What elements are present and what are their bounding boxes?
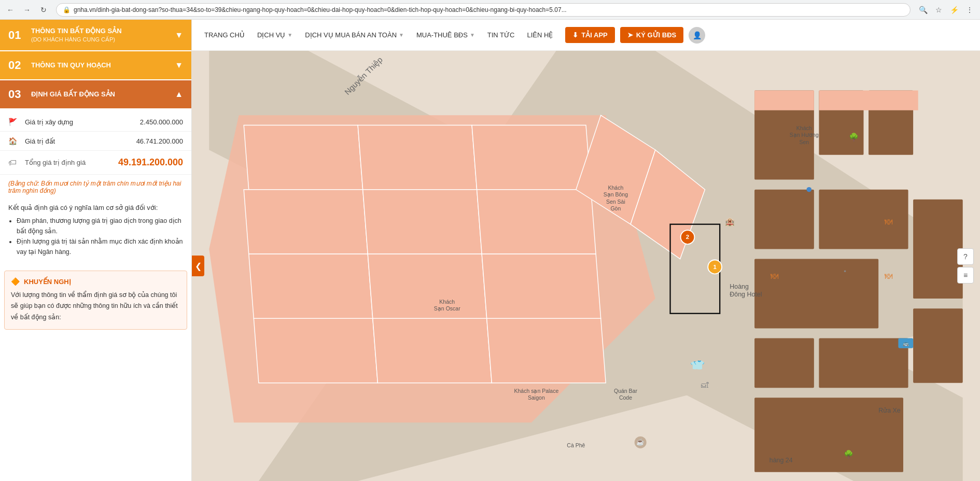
browser-nav: ← → ↻ — [4, 4, 50, 16]
land-label: Giá trị đất — [25, 137, 136, 145]
svg-text:Sen: Sen — [799, 139, 809, 145]
svg-text:👕: 👕 — [694, 360, 705, 371]
svg-marker-4 — [244, 125, 362, 189]
svg-marker-11 — [368, 254, 486, 318]
svg-marker-15 — [487, 318, 606, 383]
section3-title: ĐỊNH GIÁ BẤT ĐỘNG SẢN — [31, 90, 175, 99]
map-layers-button[interactable]: ≡ — [957, 267, 974, 284]
svg-text:Sen Sài: Sen Sài — [606, 199, 625, 205]
svg-rect-24 — [754, 338, 814, 388]
address-bar[interactable]: 🔒 gnha.vn/dinh-gia-bat-dong-san?so-thua=… — [56, 3, 911, 17]
forward-button[interactable]: → — [21, 4, 33, 16]
svg-marker-6 — [472, 125, 591, 189]
svg-marker-13 — [254, 318, 377, 383]
section1-header[interactable]: 01 THÔNG TIN BẤT ĐỘNG SẢN (Do khách hàng… — [0, 20, 191, 50]
section2-title: THÔNG TIN QUY HOẠCH — [31, 61, 175, 70]
download-icon: ⬇ — [572, 31, 578, 39]
recommendation-section: 🔶 KHUYẾN NGHỊ Với lượng thông tin về thẩ… — [4, 271, 187, 330]
svg-text:Hoàng: Hoàng — [730, 283, 749, 290]
section3-header[interactable]: 03 ĐỊNH GIÁ BẤT ĐỘNG SẢN ▲ — [0, 80, 191, 108]
svg-text:🍽: 🍽 — [885, 217, 892, 226]
accordion-section-2: 02 THÔNG TIN QUY HOẠCH ▼ — [0, 51, 191, 79]
total-label: Tổng giá trị định giá — [25, 159, 118, 166]
svg-rect-29 — [754, 90, 814, 110]
section1-number: 01 — [8, 29, 24, 42]
total-value: 49.191.200.000 — [118, 157, 183, 168]
nav-trang-chu[interactable]: TRANG CHỦ — [204, 31, 245, 39]
bullet-item-1: Đàm phán, thương lượng giá trị giao dịch… — [17, 216, 183, 236]
more-icon[interactable]: ⋮ — [963, 4, 976, 16]
send-icon: ➤ — [627, 31, 633, 39]
svg-text:Khách: Khách — [608, 185, 623, 191]
svg-text:🌳: 🌳 — [844, 449, 854, 459]
tai-app-button[interactable]: ⬇ TẢI APP — [565, 27, 614, 43]
svg-text:🛋: 🛋 — [701, 380, 709, 389]
svg-marker-12 — [482, 254, 600, 318]
map-area: TRANG CHỦ DỊCH VỤ ▼ DỊCH VỤ MUA BÁN AN T… — [192, 20, 980, 481]
svg-text:Gòn: Gòn — [610, 205, 621, 211]
bullet-item-2: Định lượng giá trị tài sản nhằm mục đích… — [17, 236, 183, 257]
extension-icon[interactable]: ⚡ — [948, 4, 960, 16]
value-in-words: (Bằng chữ: Bốn mươi chín tỷ một trăm chí… — [0, 175, 191, 200]
nav-mua-thue[interactable]: MUA-THUÊ BĐS ▼ — [416, 31, 475, 39]
flag-icon: 🚩 — [8, 118, 20, 126]
total-value-row: 🏷 Tổng giá trị định giá 49.191.200.000 — [0, 151, 191, 175]
svg-text:☕: ☕ — [636, 438, 645, 446]
svg-marker-14 — [373, 318, 492, 383]
result-heading: Kết quả định giá có ý nghĩa làm cơ sở gi… — [0, 200, 191, 214]
ky-gui-button[interactable]: ➤ KÝ GỬI BĐS — [620, 27, 683, 43]
svg-text:Saigon: Saigon — [528, 394, 545, 401]
building-icon: 🏠 — [8, 137, 20, 145]
section2-arrow-icon: ▼ — [175, 61, 183, 70]
svg-text:Khách: Khách — [439, 299, 455, 305]
bookmark-icon[interactable]: ☆ — [932, 4, 945, 16]
svg-rect-22 — [819, 190, 908, 249]
map-svg: Nguyễn Thiệp Hoàng Đông Hotel Khách Sạn … — [192, 51, 980, 481]
svg-text:Sạn Oscar: Sạn Oscar — [434, 305, 460, 312]
section2-header[interactable]: 02 THÔNG TIN QUY HOẠCH ▼ — [0, 51, 191, 79]
refresh-button[interactable]: ↻ — [37, 4, 50, 16]
svg-rect-27 — [913, 200, 963, 299]
nav-dich-vu-mua-ban[interactable]: DỊCH VỤ MUA BÁN AN TOÀN ▼ — [305, 31, 404, 39]
user-avatar[interactable]: 👤 — [689, 27, 705, 44]
accordion-section-1: 01 THÔNG TIN BẤT ĐỘNG SẢN (Do khách hàng… — [0, 20, 191, 50]
back-button[interactable]: ← — [4, 4, 17, 16]
bullet-list: Đàm phán, thương lượng giá trị giao dịch… — [0, 214, 191, 262]
svg-text:Code: Code — [619, 394, 632, 401]
mua-thue-dropdown-arrow-icon: ▼ — [470, 32, 475, 38]
svg-text:Quán Bar: Quán Bar — [614, 388, 637, 394]
svg-text:Sạn Hương: Sạn Hương — [790, 132, 819, 138]
svg-text:2: 2 — [686, 234, 689, 240]
left-panel: 01 THÔNG TIN BẤT ĐỘNG SẢN (Do khách hàng… — [0, 20, 192, 481]
accordion-section-3: 03 ĐỊNH GIÁ BẤT ĐỘNG SẢN ▲ 🚩 Giá trị xây… — [0, 80, 191, 266]
tag-icon: 🏷 — [8, 158, 20, 167]
svg-marker-5 — [358, 125, 477, 189]
svg-text:🌳: 🌳 — [849, 132, 859, 142]
svg-marker-7 — [244, 190, 368, 254]
section3-arrow-icon: ▲ — [175, 90, 183, 99]
nav-dich-vu[interactable]: DỊCH VỤ ▼ — [257, 31, 292, 39]
svg-marker-8 — [363, 190, 482, 254]
svg-text:Khách: Khách — [796, 125, 812, 131]
warning-icon: 🔶 — [11, 277, 20, 286]
svg-rect-28 — [913, 308, 963, 383]
nav-tin-tuc[interactable]: TIN TỨC — [487, 31, 515, 39]
recommendation-text: Với lượng thông tin về thẩm định giá sơ … — [11, 290, 180, 323]
nav-lien-he[interactable]: LIÊN HỆ — [527, 31, 553, 39]
map-collapse-button[interactable]: ❮ — [192, 256, 204, 276]
browser-chrome: ← → ↻ 🔒 gnha.vn/dinh-gia-bat-dong-san?so… — [0, 0, 980, 20]
map-right-controls: ? ≡ — [957, 248, 974, 284]
svg-marker-10 — [249, 254, 373, 318]
section1-arrow-icon: ▼ — [175, 31, 183, 40]
dich-vu-dropdown-arrow-icon: ▼ — [287, 32, 292, 38]
svg-rect-30 — [819, 90, 918, 110]
svg-text:🍽: 🍽 — [771, 272, 778, 280]
search-icon[interactable]: 🔍 — [917, 4, 929, 16]
construction-value: 2.450.000.000 — [140, 118, 183, 126]
svg-text:•: • — [844, 267, 846, 275]
mua-ban-dropdown-arrow-icon: ▼ — [399, 32, 404, 38]
construction-label: Giá trị xây dựng — [25, 118, 140, 126]
navbar: TRANG CHỦ DỊCH VỤ ▼ DỊCH VỤ MUA BÁN AN T… — [192, 20, 980, 51]
nav-action-buttons: ⬇ TẢI APP ➤ KÝ GỬI BĐS 👤 — [565, 27, 705, 44]
map-help-button[interactable]: ? — [957, 248, 974, 265]
